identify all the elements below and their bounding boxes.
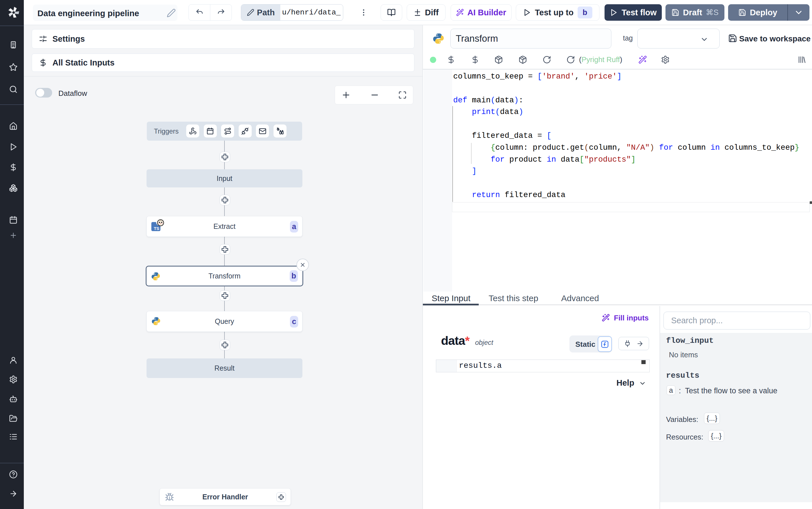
svg-text:TS: TS	[154, 226, 159, 231]
